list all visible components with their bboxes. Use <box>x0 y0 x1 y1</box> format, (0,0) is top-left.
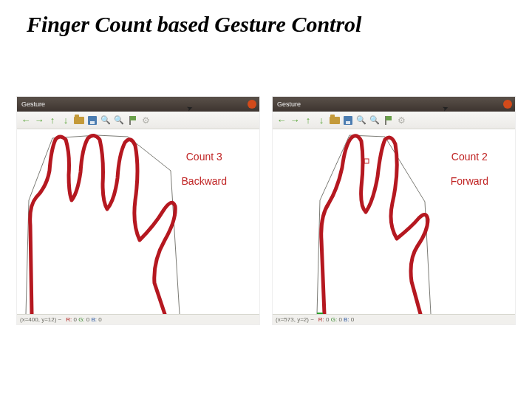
forward-icon[interactable]: → <box>33 115 45 126</box>
save-icon[interactable] <box>342 115 354 126</box>
zoom-in-icon[interactable]: 🔍 <box>355 115 367 126</box>
count-line: Count 3 <box>186 151 222 163</box>
folder-icon[interactable] <box>73 115 85 126</box>
gesture-window-left: Gesture ➤ ← → ↑ ↓ 🔍 🔍 ⚙ Count 3 <box>16 96 260 325</box>
close-button[interactable] <box>248 100 256 109</box>
down-icon[interactable]: ↓ <box>60 115 72 126</box>
svg-rect-0 <box>364 159 369 163</box>
status-coords: (x=400, y=12) ~ <box>20 316 61 323</box>
close-button[interactable] <box>503 100 512 109</box>
status-rgbo: R: 0 G: 0 B: 0 <box>318 316 355 323</box>
window-title: Gesture <box>277 100 301 108</box>
status-bar: (x=400, y=12) ~ R: 0 G: 0 B: 0 <box>17 314 259 324</box>
gesture-label: Count 2 Forward <box>428 138 488 200</box>
zoom-out-icon[interactable]: 🔍 <box>369 115 381 126</box>
titlebar: Gesture ➤ <box>273 97 515 112</box>
status-rgbo: R: 0 G: 0 B: 0 <box>66 316 102 323</box>
toolbar: ← → ↑ ↓ 🔍 🔍 ⚙ <box>273 112 515 129</box>
settings-icon[interactable]: ⚙ <box>395 115 407 126</box>
count-line: Count 2 <box>451 151 488 163</box>
status-bar: (x=573, y=2) ~ R: 0 G: 0 B: 0 <box>273 314 515 324</box>
save-icon[interactable] <box>86 115 98 126</box>
toolbar: ← → ↑ ↓ 🔍 🔍 ⚙ <box>17 112 259 129</box>
titlebar: Gesture ➤ <box>17 97 259 112</box>
zoom-out-icon[interactable]: 🔍 <box>113 115 125 126</box>
window-title: Gesture <box>21 100 45 108</box>
down-icon[interactable]: ↓ <box>316 115 327 126</box>
canvas-area: Count 3 Backward <box>17 129 259 314</box>
back-icon[interactable]: ← <box>20 115 32 126</box>
canvas-area: Count 2 Forward <box>273 129 515 314</box>
up-icon[interactable]: ↑ <box>47 115 58 126</box>
action-line: Forward <box>451 175 488 187</box>
forward-icon[interactable]: → <box>289 115 301 126</box>
up-icon[interactable]: ↑ <box>302 115 314 126</box>
back-icon[interactable]: ← <box>276 115 287 126</box>
flag-icon[interactable] <box>126 115 138 126</box>
zoom-in-icon[interactable]: 🔍 <box>100 115 112 126</box>
action-line: Backward <box>182 175 227 187</box>
panels-row: Gesture ➤ ← → ↑ ↓ 🔍 🔍 ⚙ Count 3 <box>16 96 516 325</box>
slide-title: Finger Count based Gesture Control <box>0 0 532 37</box>
gesture-label: Count 3 Backward <box>158 138 227 200</box>
gesture-window-right: Gesture ➤ ← → ↑ ↓ 🔍 🔍 ⚙ <box>272 96 516 325</box>
folder-icon[interactable] <box>329 115 341 126</box>
status-coords: (x=573, y=2) ~ <box>276 316 314 323</box>
flag-icon[interactable] <box>382 115 394 126</box>
settings-icon[interactable]: ⚙ <box>140 115 151 126</box>
